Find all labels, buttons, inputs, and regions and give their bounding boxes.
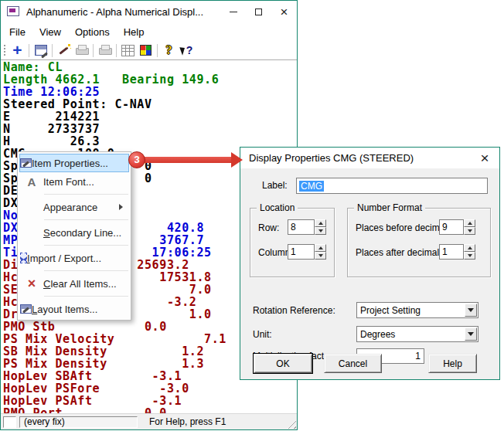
menubar-item-help[interactable]: Help — [117, 24, 152, 40]
item-properties-icon[interactable] — [32, 42, 49, 58]
unit-select[interactable]: Degrees — [356, 326, 478, 342]
places-after-value: 1 — [442, 246, 448, 257]
display-row: N 2733737 — [3, 123, 296, 135]
grid-icon[interactable] — [119, 42, 137, 58]
spin-down-icon[interactable] — [464, 227, 475, 235]
display-row: H 26.3 — [3, 135, 296, 148]
form-edit-icon — [20, 304, 32, 314]
colors-icon[interactable] — [137, 42, 155, 58]
places-after-input[interactable]: 1 — [439, 244, 464, 260]
label-field-label: Label: — [262, 180, 288, 191]
places-before-label: Places before decimal: — [356, 222, 449, 233]
help-button[interactable]: Help — [428, 354, 477, 373]
dialog-title: Display Properties CMG (STEERED) — [249, 152, 414, 164]
title-bar: Alphanumeric - Alpha Numerical Displ... … — [1, 1, 297, 22]
menu-separator — [44, 194, 128, 195]
minimize-icon — [230, 12, 237, 12]
toolbar-gripper[interactable] — [3, 44, 6, 57]
menu-item-item-font[interactable]: Item Font... — [19, 172, 129, 191]
menu-item-label: Secondary Line... — [43, 227, 121, 239]
close-icon: × — [281, 5, 288, 19]
print-icon[interactable] — [73, 42, 90, 58]
menu-item-import-export[interactable]: Import / Export... — [19, 249, 129, 267]
menu-separator — [44, 296, 128, 297]
dialog-close-button[interactable]: × — [473, 148, 496, 168]
display-row: HopLev PSAft -3.1 — [3, 395, 296, 407]
row-label: Row: — [258, 222, 279, 233]
toolbar-separator — [52, 44, 53, 57]
spin-up-icon[interactable] — [464, 219, 475, 227]
unit-label: Unit: — [253, 329, 272, 340]
spin-down-icon[interactable] — [464, 252, 475, 260]
maximize-icon — [255, 8, 262, 15]
screenshot-stage: Alphanumeric - Alpha Numerical Displ... … — [0, 0, 504, 431]
multiplication-factor-value: 1 — [415, 351, 421, 361]
context-help-icon[interactable] — [178, 42, 196, 58]
toolbar-separator — [29, 44, 29, 57]
spin-down-icon[interactable] — [315, 227, 326, 235]
print-preview-icon[interactable] — [96, 42, 114, 58]
label-input[interactable]: CMG — [296, 178, 488, 194]
import-export-icon — [20, 253, 27, 263]
places-after-label: Places after decimal: — [356, 247, 441, 258]
column-spinner[interactable] — [315, 244, 326, 260]
display-row: Time 12:06:25 — [3, 86, 296, 98]
menubar-item-view[interactable]: View — [32, 24, 68, 40]
status-help-text: For Help, press F1 — [149, 416, 226, 427]
menu-item-item-properties[interactable]: Item Properties... — [19, 154, 129, 172]
context-menu: Item Properties...Item Font...Appearance… — [17, 151, 131, 321]
display-row: PMO Port 0.0 — [3, 407, 296, 413]
display-row: E 214221 — [3, 110, 296, 123]
column-input[interactable]: 1 — [288, 244, 315, 260]
dialog-body: Label: CMG Location Row: 8 Column: 1 Num… — [240, 168, 499, 379]
number-format-group-title: Number Format — [354, 202, 425, 213]
dropdown-arrow-icon[interactable] — [465, 304, 477, 317]
rotation-reference-select[interactable]: Project Setting — [356, 302, 478, 318]
dropdown-arrow-icon[interactable] — [465, 327, 477, 341]
number-format-group: Number Format Places before decimal: 9 P… — [347, 208, 491, 277]
menu-item-clear-all-items[interactable]: Clear All Items... — [19, 274, 129, 293]
menubar-item-file[interactable]: File — [2, 24, 32, 40]
places-before-input[interactable]: 9 — [439, 219, 464, 235]
places-after-spinner[interactable] — [464, 244, 475, 260]
form-edit-icon — [20, 158, 32, 168]
cancel-button[interactable]: Cancel — [324, 354, 382, 373]
status-bar: (every fix) For Help, press F1 — [1, 413, 297, 429]
annotation-badge: 3 — [128, 151, 145, 168]
rotation-reference-value: Project Setting — [357, 305, 465, 316]
wizard-icon[interactable] — [55, 42, 73, 58]
minimize-button[interactable] — [220, 1, 246, 22]
display-row: HopLev PSFore -3.0 — [3, 382, 296, 395]
menu-separator — [44, 219, 128, 220]
add-item-icon[interactable] — [9, 42, 26, 58]
spin-up-icon[interactable] — [464, 244, 475, 252]
location-group: Location Row: 8 Column: 1 — [250, 208, 335, 277]
help-icon[interactable] — [160, 42, 178, 58]
rotation-reference-label: Rotation Reference: — [253, 305, 335, 316]
places-before-spinner[interactable] — [464, 219, 475, 235]
menu-item-layout-items[interactable]: Layout Items... — [19, 300, 129, 318]
location-group-title: Location — [257, 202, 298, 213]
spin-up-icon[interactable] — [315, 244, 326, 252]
spin-down-icon[interactable] — [315, 252, 326, 260]
menubar-item-options[interactable]: Options — [68, 24, 117, 40]
letter-a-icon — [20, 176, 43, 188]
menu-item-label: Item Properties... — [32, 158, 108, 169]
menu-item-label: Item Font... — [43, 176, 94, 188]
ok-button[interactable]: OK — [254, 354, 312, 373]
close-button[interactable]: × — [271, 1, 297, 22]
spin-up-icon[interactable] — [315, 219, 326, 227]
menu-item-label: Layout Items... — [32, 304, 97, 315]
resize-grip[interactable] — [286, 419, 296, 429]
display-row: Steered Point: C-NAV — [3, 98, 296, 110]
maximize-button[interactable] — [246, 1, 271, 22]
menu-item-label: Import / Export... — [27, 253, 101, 264]
menu-item-secondary-line[interactable]: Secondary Line... — [19, 223, 129, 242]
row-input[interactable]: 8 — [288, 219, 315, 235]
red-x-icon — [20, 277, 43, 290]
toolbar-separator — [157, 44, 158, 57]
row-spinner[interactable] — [315, 219, 326, 235]
column-value: 1 — [291, 246, 296, 257]
display-row: Length 4662.1 Bearing 149.6 — [3, 73, 296, 86]
menu-item-appearance[interactable]: Appearance — [19, 198, 129, 216]
